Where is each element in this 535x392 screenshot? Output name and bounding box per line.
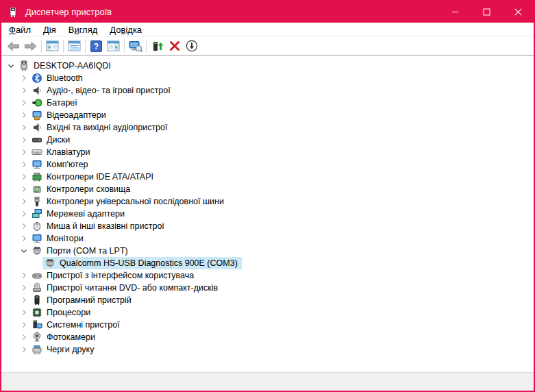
item-content[interactable]: Програмний пристрій [29,294,136,306]
selected-item-highlight[interactable]: Qualcomm HS-USB Diagnostics 900E (COM3) [42,257,242,269]
item-content[interactable]: Черги друку [29,343,98,356]
menu-item-view[interactable]: Вигляд [62,23,104,36]
item-content[interactable]: Вхідні та вихідні аудіопристрої [29,121,172,134]
item-content[interactable]: Фотокамери [29,331,99,343]
tree-item-processors[interactable]: Процесори [1,306,534,319]
tree-item-computer[interactable]: Комп'ютер [1,158,534,171]
tree-item-disk-drives[interactable]: Диски [1,134,534,146]
tree-item-label: Bluetooth [47,73,85,83]
tree-item-storage-controllers[interactable]: Контролери сховища [1,183,534,195]
uninstall-device-button[interactable] [166,38,183,54]
forward-button[interactable] [22,38,39,54]
item-content[interactable]: Монітори [29,232,88,245]
tree-item-cameras[interactable]: Фотокамери [1,331,534,343]
chevron-right-icon[interactable] [18,134,29,145]
tree-item-monitors[interactable]: Монітори [1,232,534,245]
tree-item-bluetooth[interactable]: Bluetooth [1,72,534,84]
item-content[interactable]: Диски [29,134,74,146]
help-button[interactable]: ? [88,38,105,54]
maximize-button[interactable] [471,1,502,23]
chevron-right-icon[interactable] [18,110,29,121]
window-controls [439,1,534,23]
item-content[interactable]: Миша й інші вказівні пристрої [29,220,169,232]
item-content[interactable]: Пристрої читання DVD- або компакт-дисків [29,282,222,294]
chevron-down-icon[interactable] [18,245,29,256]
tree-item-batteries[interactable]: Батареї [1,97,534,109]
chevron-right-icon[interactable] [18,171,29,182]
tree-item-software-device[interactable]: Програмний пристрій [1,294,534,306]
update-driver-button[interactable] [149,38,166,54]
disable-device-button[interactable] [183,38,200,54]
tree-item-system-devices[interactable]: Системні пристрої [1,319,534,331]
tree-item-mice-pointing-devices[interactable]: Миша й інші вказівні пристрої [1,220,534,232]
chevron-right-icon[interactable] [18,73,29,84]
chevron-right-icon[interactable] [18,344,29,355]
chevron-right-icon[interactable] [18,85,29,96]
console-tree-button[interactable] [44,38,61,54]
chevron-right-icon[interactable] [18,332,29,343]
tree-item-dvd-cdrom-drives[interactable]: Пристрої читання DVD- або компакт-дисків [1,282,534,294]
chevron-right-icon[interactable] [18,122,29,133]
chevron-right-icon[interactable] [18,319,29,330]
dvd-drive-icon [32,282,42,293]
chevron-right-icon[interactable] [18,221,29,232]
item-content[interactable]: DESKTOP-AA6IQDI [16,60,115,72]
menu-item-action[interactable]: Дія [37,23,62,36]
item-content[interactable]: Комп'ютер [29,158,92,171]
back-button[interactable] [5,38,22,54]
item-content[interactable]: Порти (COM та LPT) [29,245,132,257]
item-content[interactable]: Контролери IDE ATA/ATAPI [29,171,158,183]
tree-item-qualcomm-port[interactable]: Qualcomm HS-USB Diagnostics 900E (COM3) [1,257,534,269]
item-content[interactable]: Клавіатури [29,146,95,158]
tree-item-ports-com-lpt[interactable]: Порти (COM та LPT) [1,245,534,257]
properties-button[interactable] [66,38,83,54]
chevron-down-icon[interactable] [5,60,16,71]
tree-item-label: Процесори [47,308,92,317]
item-content[interactable]: Батареї [29,97,82,109]
window-title: Диспетчер пристроїв [25,7,439,17]
device-manager-app-icon [8,7,18,18]
tree-item-print-queues[interactable]: Черги друку [1,343,534,356]
item-content[interactable]: Системні пристрої [29,319,124,331]
scan-hardware-changes-button[interactable] [127,38,144,54]
tree-item-audio-inputs-outputs[interactable]: Вхідні та вихідні аудіопристрої [1,121,534,134]
software-device-icon [32,295,42,306]
tree-item-label: Qualcomm HS-USB Diagnostics 900E (COM3) [60,258,240,268]
item-content[interactable]: Мережеві адаптери [29,208,129,220]
tree-item-display-adapters[interactable]: Відеоадаптери [1,109,534,121]
minimize-button[interactable] [439,1,471,23]
item-content[interactable]: Контролери універсальної послідовної шин… [29,195,228,208]
tree-item-label: Контролери універсальної послідовної шин… [47,197,226,206]
menu-item-file[interactable]: Файл [3,23,37,36]
chevron-right-icon[interactable] [18,208,29,219]
tree-item-usb-controllers[interactable]: Контролери універсальної послідовної шин… [1,195,534,208]
item-content[interactable]: Пристрої з інтерфейсом користувача [29,269,198,282]
toolbar-separator [146,40,147,53]
tree-item-keyboards[interactable]: Клавіатури [1,146,534,158]
tree-item-human-interface-devices[interactable]: Пристрої з інтерфейсом користувача [1,269,534,282]
back-arrow-icon [7,41,20,51]
tree-item-ide-controllers[interactable]: Контролери IDE ATA/ATAPI [1,171,534,183]
chevron-right-icon[interactable] [18,196,29,207]
item-content[interactable]: Bluetooth [29,72,87,84]
close-button[interactable] [502,1,534,23]
chevron-right-icon[interactable] [18,184,29,195]
keyboard-icon [32,147,42,158]
chevron-right-icon[interactable] [18,282,29,293]
tree-item-computer-root[interactable]: DESKTOP-AA6IQDI [1,60,534,72]
item-content[interactable]: Аудіо-, відео- та ігрові пристрої [29,84,175,97]
item-content[interactable]: Відеоадаптери [29,109,110,121]
chevron-right-icon[interactable] [18,147,29,158]
chevron-right-icon[interactable] [18,295,29,306]
tree-item-network-adapters[interactable]: Мережеві адаптери [1,208,534,220]
chevron-right-icon[interactable] [18,97,29,108]
action-pane-button[interactable] [105,38,122,54]
menu-item-help[interactable]: Довідка [103,23,148,36]
tree-item-audio-video-game-devices[interactable]: Аудіо-, відео- та ігрові пристрої [1,84,534,97]
chevron-right-icon[interactable] [18,307,29,318]
chevron-right-icon[interactable] [18,270,29,281]
chevron-right-icon[interactable] [18,233,29,244]
item-content[interactable]: Контролери сховища [29,183,134,195]
chevron-right-icon[interactable] [18,159,29,170]
item-content[interactable]: Процесори [29,306,95,319]
